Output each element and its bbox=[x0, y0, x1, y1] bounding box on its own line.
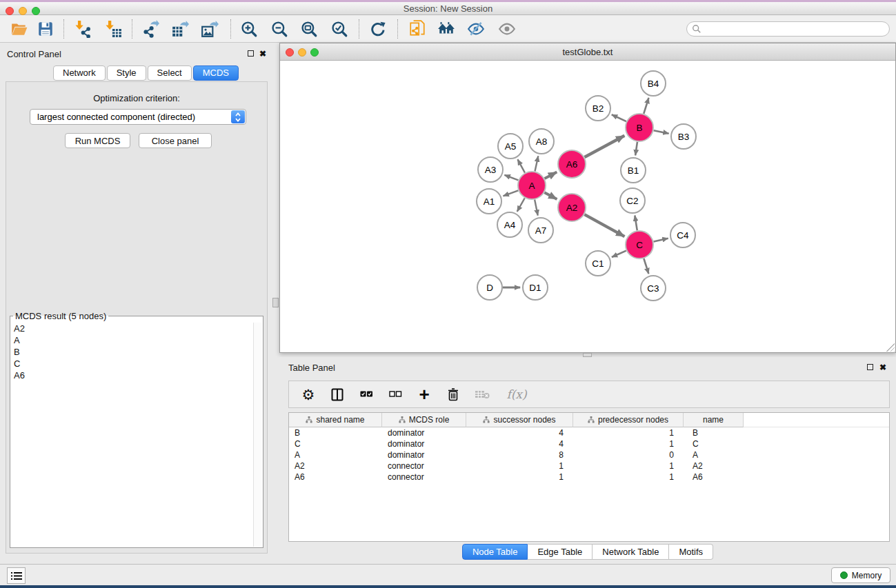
tab-network[interactable]: Network bbox=[53, 65, 106, 81]
close-panel-icon[interactable]: ✖ bbox=[259, 50, 266, 58]
copy-network-view-button[interactable] bbox=[407, 19, 428, 39]
show-columns-button[interactable] bbox=[328, 385, 347, 404]
graph-edge-A-A1[interactable] bbox=[503, 190, 518, 196]
table-cell[interactable]: 1 bbox=[573, 427, 684, 438]
zoom-in-button[interactable] bbox=[239, 19, 259, 39]
table-cell[interactable]: 1 bbox=[573, 472, 684, 483]
export-image-button[interactable] bbox=[199, 19, 220, 39]
column-header-MCDS-role[interactable]: MCDS role bbox=[382, 413, 466, 427]
column-header-predecessor-nodes[interactable]: predecessor nodes bbox=[573, 413, 684, 427]
graph-node-A2[interactable]: A2 bbox=[558, 194, 586, 221]
graph-edge-C-C4[interactable] bbox=[653, 239, 668, 242]
graph-node-B4[interactable]: B4 bbox=[641, 71, 666, 96]
table-cell[interactable]: 1 bbox=[573, 438, 684, 449]
mcds-result-list[interactable]: A2ABCA6 bbox=[11, 323, 253, 547]
table-cell[interactable]: dominator bbox=[382, 438, 466, 449]
graph-edge-B-B3[interactable] bbox=[654, 130, 669, 133]
tab-network-table[interactable]: Network Table bbox=[593, 544, 669, 560]
graph-node-B[interactable]: B bbox=[626, 114, 653, 141]
graph-edge-B-B1[interactable] bbox=[635, 142, 637, 156]
table-cell[interactable]: A bbox=[684, 449, 744, 460]
table-row[interactable]: Cdominator41C bbox=[289, 438, 889, 449]
table-row[interactable]: A6connector11A6 bbox=[289, 472, 889, 483]
graph-node-C4[interactable]: C4 bbox=[670, 223, 695, 247]
delete-table-button[interactable] bbox=[472, 385, 492, 404]
table-cell[interactable]: connector bbox=[382, 472, 466, 483]
graph-node-C[interactable]: C bbox=[626, 231, 653, 258]
graph-node-A1[interactable]: A1 bbox=[477, 189, 501, 214]
import-table-button[interactable] bbox=[103, 19, 123, 39]
graph-edge-A-A7[interactable] bbox=[535, 200, 538, 216]
graph-node-D[interactable]: D bbox=[477, 275, 502, 300]
table-cell[interactable]: 1 bbox=[573, 460, 684, 472]
table-cell[interactable]: 4 bbox=[466, 438, 573, 449]
table-cell[interactable]: C bbox=[289, 438, 382, 449]
close-panel-button[interactable]: Close panel bbox=[139, 133, 212, 148]
table-row[interactable]: Adominator80A bbox=[289, 449, 889, 460]
export-network-button[interactable] bbox=[140, 19, 161, 39]
graph-node-A3[interactable]: A3 bbox=[478, 157, 503, 182]
import-network-button[interactable] bbox=[72, 19, 93, 39]
tab-motifs[interactable]: Motifs bbox=[669, 544, 713, 560]
table-float-panel-icon[interactable] bbox=[867, 364, 873, 370]
graph-edge-A-A4[interactable] bbox=[517, 198, 525, 212]
graph-node-A7[interactable]: A7 bbox=[528, 218, 553, 243]
mcds-result-item[interactable]: A bbox=[11, 334, 253, 346]
table-cell[interactable]: A6 bbox=[684, 472, 744, 483]
graph-node-B3[interactable]: B3 bbox=[671, 124, 696, 149]
task-history-button[interactable] bbox=[7, 567, 26, 584]
zoom-fit-button[interactable] bbox=[299, 19, 319, 39]
search-input[interactable] bbox=[701, 23, 889, 35]
memory-button[interactable]: Memory bbox=[831, 567, 890, 583]
table-cell[interactable]: C bbox=[684, 438, 744, 449]
graph-node-A[interactable]: A bbox=[518, 172, 546, 199]
table-row[interactable]: Bdominator41B bbox=[289, 427, 889, 438]
table-cell[interactable]: dominator bbox=[382, 449, 466, 460]
graph-edge-C-C1[interactable] bbox=[612, 251, 626, 257]
graph-node-A4[interactable]: A4 bbox=[497, 212, 522, 237]
mcds-result-item[interactable]: A2 bbox=[11, 323, 253, 334]
tab-select[interactable]: Select bbox=[148, 65, 192, 81]
show-all-button[interactable] bbox=[497, 19, 517, 39]
criterion-select[interactable]: largest connected component (directed) bbox=[30, 109, 246, 125]
unselect-all-rows-button[interactable] bbox=[386, 385, 405, 404]
home-view-button[interactable] bbox=[436, 19, 457, 39]
refresh-button[interactable] bbox=[368, 19, 388, 39]
column-header-successor-nodes[interactable]: successor nodes bbox=[466, 413, 573, 427]
table-row[interactable]: A2connector11A2 bbox=[289, 460, 889, 472]
graph-edge-A-A3[interactable] bbox=[504, 175, 518, 181]
table-cell[interactable]: 4 bbox=[466, 427, 573, 438]
graph-edge-A-A6[interactable] bbox=[545, 172, 557, 179]
graph-edge-A-A2[interactable] bbox=[544, 192, 557, 199]
graph-node-D1[interactable]: D1 bbox=[523, 275, 548, 300]
column-header-name[interactable]: name bbox=[684, 413, 744, 427]
window-resize-grip[interactable] bbox=[886, 343, 895, 352]
table-cell[interactable]: 0 bbox=[573, 449, 684, 460]
table-settings-button[interactable]: ⚙ bbox=[299, 385, 318, 404]
graph-edge-B-B4[interactable] bbox=[644, 98, 648, 114]
graph-node-C3[interactable]: C3 bbox=[641, 276, 666, 301]
float-panel-icon[interactable] bbox=[248, 50, 254, 57]
zoom-out-button[interactable] bbox=[269, 19, 290, 39]
graph-node-A6[interactable]: A6 bbox=[558, 150, 586, 178]
tab-node-table[interactable]: Node Table bbox=[462, 544, 528, 560]
tab-style[interactable]: Style bbox=[107, 65, 146, 81]
graph-node-A5[interactable]: A5 bbox=[498, 134, 523, 159]
graph-node-C1[interactable]: C1 bbox=[586, 251, 610, 276]
save-session-button[interactable] bbox=[35, 19, 56, 39]
select-all-rows-button[interactable] bbox=[357, 385, 376, 404]
table-cell[interactable]: dominator bbox=[382, 427, 466, 438]
graph-edge-A6-B[interactable] bbox=[584, 136, 624, 157]
add-row-button[interactable]: + bbox=[415, 385, 434, 404]
table-cell[interactable]: 1 bbox=[466, 460, 573, 472]
table-cell[interactable]: A bbox=[289, 449, 382, 460]
table-cell[interactable]: B bbox=[684, 427, 744, 438]
graph-edge-A-A8[interactable] bbox=[535, 156, 538, 171]
graph-edge-A2-C[interactable] bbox=[584, 214, 624, 236]
table-cell[interactable]: 1 bbox=[466, 472, 573, 483]
hide-selected-button[interactable] bbox=[466, 19, 486, 39]
mcds-result-item[interactable]: B bbox=[11, 346, 253, 358]
column-header-shared-name[interactable]: shared name bbox=[289, 413, 382, 427]
vertical-splitter-handle[interactable] bbox=[272, 298, 279, 307]
graph-edge-A-A5[interactable] bbox=[517, 159, 525, 172]
